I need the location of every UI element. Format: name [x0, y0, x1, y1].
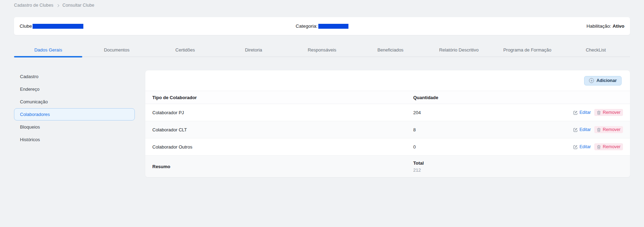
table-row: Colaborador Outros 0 Editar Remover — [145, 138, 630, 156]
tab-diretoria[interactable]: Diretoria — [219, 43, 288, 56]
adicionar-button-label: Adicionar — [596, 78, 617, 83]
sidebar-item-cadastro[interactable]: Cadastro — [14, 70, 135, 83]
trash-icon — [597, 128, 601, 132]
editar-link[interactable]: Editar — [573, 144, 591, 149]
chevron-right-icon — [56, 4, 59, 7]
column-header-tipo: Tipo de Colaborador — [152, 95, 413, 100]
categoria-value-redacted — [318, 24, 348, 29]
breadcrumb: Cadastro de Clubes Consultar Clube — [14, 0, 630, 7]
habilitacao-label: Habilitação: — [587, 23, 611, 29]
cell-quantidade: 0 — [413, 144, 570, 150]
table-header-row: Tipo de Colaborador Quantidade — [145, 91, 630, 104]
cell-tipo: Colaborador Outros — [152, 144, 413, 150]
remover-link[interactable]: Remover — [594, 109, 623, 116]
tab-relatorio-descritivo[interactable]: Relatório Descritivo — [425, 43, 493, 56]
panel-toolbar: + Adicionar — [145, 70, 630, 91]
edit-pencil-icon — [573, 128, 578, 132]
tab-checklist[interactable]: CheckList — [562, 43, 630, 56]
edit-pencil-icon — [573, 110, 578, 115]
sidebar-item-comunicacao[interactable]: Comunicação — [14, 96, 135, 108]
table-row: Colaborador CLT 8 Editar Remover — [145, 121, 630, 138]
tab-beneficiados[interactable]: Beneficiados — [356, 43, 424, 56]
adicionar-button[interactable]: + Adicionar — [584, 76, 622, 85]
tab-responsaveis[interactable]: Responsáveis — [288, 43, 356, 56]
section-sidebar: Cadastro Endereço Comunicação Colaborado… — [14, 70, 135, 146]
colaboradores-panel: + Adicionar Tipo de Colaborador Quantida… — [145, 70, 630, 177]
sidebar-item-bloqueios[interactable]: Bloqueios — [14, 121, 135, 133]
tab-bar: Dados Gerais Documentos Certidões Direto… — [14, 43, 630, 57]
categoria-label: Categoria: — [296, 23, 317, 29]
remover-link[interactable]: Remover — [594, 126, 623, 133]
tab-documentos[interactable]: Documentos — [82, 43, 151, 56]
content-area: Cadastro Endereço Comunicação Colaborado… — [14, 70, 630, 177]
cell-actions: Editar Remover — [570, 143, 623, 150]
breadcrumb-item-cadastro-de-clubes[interactable]: Cadastro de Clubes — [14, 3, 53, 8]
column-header-quantidade: Quantidade — [413, 95, 570, 100]
tab-certidoes[interactable]: Certidões — [151, 43, 219, 56]
cell-quantidade: 8 — [413, 127, 570, 132]
tab-dados-gerais[interactable]: Dados Gerais — [14, 43, 82, 56]
trash-icon — [597, 145, 601, 149]
editar-label: Editar — [580, 127, 591, 132]
breadcrumb-item-consultar-clube: Consultar Clube — [62, 3, 94, 8]
table-row: Colaborador PJ 204 Editar Remover — [145, 104, 630, 121]
plus-circle-icon: + — [589, 78, 594, 83]
sidebar-item-endereco[interactable]: Endereço — [14, 83, 135, 95]
cell-quantidade: 204 — [413, 110, 570, 115]
club-name-group: Clube — [20, 23, 296, 29]
remover-label: Remover — [603, 110, 621, 115]
clube-label: Clube — [20, 23, 32, 29]
club-summary-bar: Clube Categoria: Habilitação: Ativo — [14, 17, 630, 35]
habilitacao-group: Habilitação: Ativo — [348, 23, 624, 29]
editar-link[interactable]: Editar — [573, 110, 591, 115]
cell-tipo: Colaborador PJ — [152, 110, 413, 115]
habilitacao-status: Ativo — [612, 23, 624, 29]
trash-icon — [597, 110, 601, 115]
summary-row: Resumo Total 212 — [145, 156, 630, 177]
cell-actions: Editar Remover — [570, 126, 623, 133]
cell-actions: Editar Remover — [570, 109, 623, 116]
remover-label: Remover — [603, 127, 621, 132]
cell-tipo: Colaborador CLT — [152, 127, 413, 132]
sidebar-item-historicos[interactable]: Históricos — [14, 133, 135, 146]
remover-label: Remover — [603, 144, 621, 149]
tab-programa-de-formacao[interactable]: Programa de Formação — [493, 43, 561, 56]
editar-label: Editar — [580, 110, 591, 115]
sidebar-item-colaboradores[interactable]: Colaboradores — [14, 108, 135, 121]
page: Cadastro de Clubes Consultar Clube Clube… — [0, 0, 644, 177]
editar-label: Editar — [580, 144, 591, 149]
clube-value-redacted — [33, 24, 83, 29]
categoria-group: Categoria: — [296, 23, 348, 29]
total-value: 212 — [413, 167, 570, 173]
remover-link[interactable]: Remover — [594, 143, 623, 150]
resumo-label: Resumo — [152, 164, 413, 169]
summary-quantidade: Total 212 — [413, 160, 570, 173]
total-label: Total — [413, 160, 570, 166]
edit-pencil-icon — [573, 145, 578, 149]
editar-link[interactable]: Editar — [573, 127, 591, 132]
